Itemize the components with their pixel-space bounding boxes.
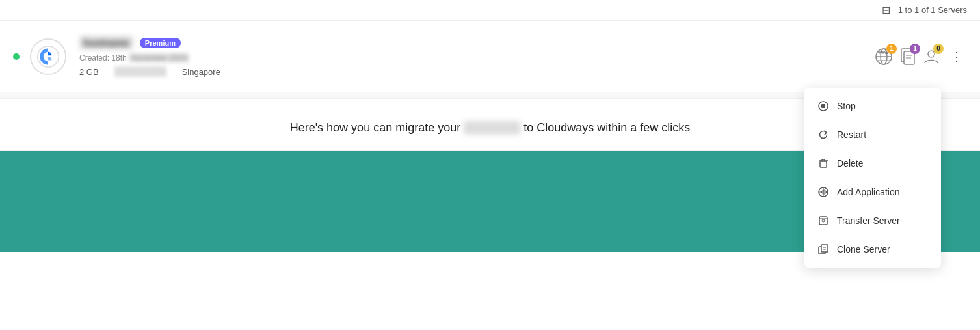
pages-badge: 1 (910, 44, 920, 54)
pagination-info: ⊟ 1 to 1 of 1 Servers (882, 4, 967, 16)
top-bar: ⊟ 1 to 1 of 1 Servers (0, 0, 980, 21)
server-created: Created: 18th November 2023 (79, 53, 967, 62)
add-application-icon (817, 186, 829, 198)
transfer-server-icon (817, 215, 829, 227)
svg-rect-29 (821, 245, 828, 252)
www-icon-wrap[interactable]: www 1 (875, 48, 893, 66)
server-row: hostname Premium Created: 18th November … (0, 21, 980, 92)
delete-label: Delete (837, 158, 863, 169)
more-options-button[interactable]: ⋮ (946, 46, 967, 67)
pagination-text: 1 to 1 of 1 Servers (898, 5, 967, 15)
status-indicator (13, 53, 20, 60)
location-spec: Singapore (182, 67, 220, 77)
stop-icon (817, 100, 829, 112)
dropdown-item-clone-server[interactable]: Clone Server (804, 235, 941, 264)
dropdown-item-add-application[interactable]: Add Application (804, 178, 941, 206)
svg-rect-16 (821, 104, 825, 108)
server-name: hostname (79, 36, 133, 49)
server-actions: www 1 1 0 ⋮ (875, 46, 967, 67)
svg-rect-17 (820, 161, 827, 167)
dropdown-item-restart[interactable]: Restart (804, 120, 941, 149)
server-specs: 2 GB Singapore (79, 66, 967, 77)
www-badge: 1 (886, 44, 897, 54)
svg-rect-25 (819, 217, 827, 225)
add-application-label: Add Application (837, 187, 900, 197)
dropdown-item-stop[interactable]: Stop (804, 92, 941, 120)
delete-icon (817, 158, 829, 169)
restart-label: Restart (837, 130, 866, 140)
dropdown-item-delete[interactable]: Delete (804, 149, 941, 178)
user-badge: 0 (933, 44, 944, 54)
server-info: hostname Premium Created: 18th November … (79, 36, 967, 77)
premium-badge: Premium (140, 38, 181, 48)
restart-icon (817, 129, 829, 141)
created-date: November 2023 (129, 53, 189, 62)
stop-label: Stop (837, 101, 856, 111)
migrate-blur-text (464, 121, 520, 135)
server-avatar (30, 38, 66, 75)
ip-spec (114, 66, 166, 77)
clone-server-label: Clone Server (837, 244, 890, 254)
dropdown-menu: Stop Restart De (804, 88, 941, 268)
migrate-text: Here's how you can migrate your to Cloud… (290, 121, 691, 135)
transfer-server-label: Transfer Server (837, 215, 900, 226)
user-icon-wrap[interactable]: 0 (923, 48, 940, 66)
svg-point-26 (822, 219, 825, 222)
clone-server-icon (817, 243, 829, 255)
pages-icon-wrap[interactable]: 1 (899, 48, 916, 66)
filter-icon[interactable]: ⊟ (882, 4, 890, 16)
dropdown-item-transfer-server[interactable]: Transfer Server (804, 206, 941, 235)
ram-spec: 2 GB (79, 67, 99, 77)
